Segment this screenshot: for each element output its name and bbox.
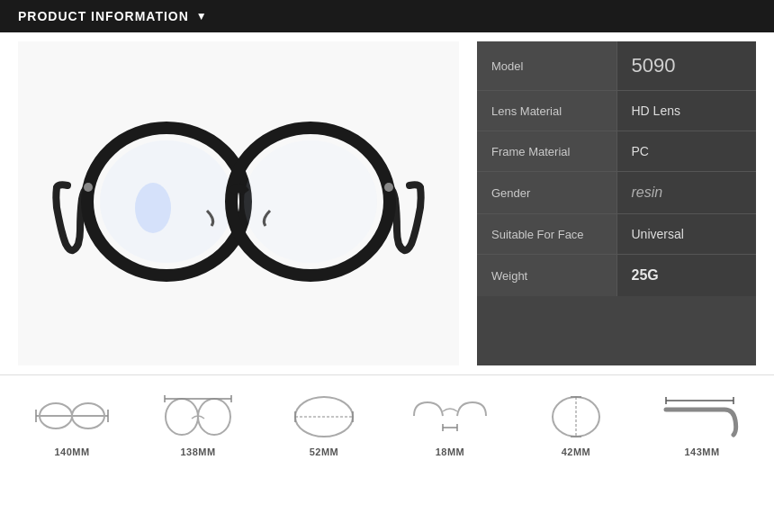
header-bar: PRODUCT INFORMATION ▼ — [0, 0, 774, 32]
measure-lens-width: 52MM — [261, 384, 387, 464]
spec-row-lens-material: Lens Material HD Lens — [477, 91, 756, 131]
spec-row-weight: Weight 25G — [477, 255, 756, 296]
spec-value-face: Universal — [617, 214, 757, 254]
measure-icon-width — [32, 392, 112, 441]
measure-icon-front — [158, 392, 238, 441]
svg-point-2 — [135, 183, 171, 233]
measure-lens-height: 42MM — [513, 384, 639, 464]
spec-row-gender: Gender resin — [477, 172, 756, 214]
measure-icon-bridge — [410, 392, 490, 441]
measurements-section: 140MM 138MM 52MM — [0, 374, 774, 464]
spec-row-face: Suitable For Face Universal — [477, 214, 756, 255]
svg-point-5 — [84, 183, 93, 192]
measure-icon-temple — [662, 392, 742, 441]
measure-label-front: 138MM — [180, 446, 215, 457]
measure-total-width: 140MM — [9, 384, 135, 464]
product-info-table: Model 5090 Lens Material HD Lens Frame M… — [477, 41, 756, 365]
spec-value-frame-material: PC — [617, 131, 757, 171]
spec-value-weight: 25G — [617, 255, 757, 296]
glasses-illustration — [50, 86, 428, 320]
measure-label-temple: 143MM — [684, 446, 719, 457]
measure-label-bridge: 18MM — [436, 446, 465, 457]
header-title: PRODUCT INFORMATION — [18, 9, 189, 23]
product-image-section — [18, 41, 459, 365]
spec-row-model: Model 5090 — [477, 41, 756, 91]
measure-temple: 143MM — [639, 384, 765, 464]
spec-label-face: Suitable For Face — [477, 214, 617, 254]
measure-bridge: 18MM — [387, 384, 513, 464]
measure-front-width: 138MM — [135, 384, 261, 464]
measure-label-lens-width: 52MM — [310, 446, 339, 457]
main-content: Model 5090 Lens Material HD Lens Frame M… — [0, 32, 774, 374]
svg-point-4 — [244, 140, 377, 263]
spec-value-model: 5090 — [617, 41, 757, 90]
spec-row-frame-material: Frame Material PC — [477, 131, 756, 172]
measure-icon-lens-height — [536, 392, 616, 441]
measure-label-width: 140MM — [54, 446, 89, 457]
spec-value-lens-material: HD Lens — [617, 91, 757, 131]
spec-label-model: Model — [477, 41, 617, 90]
svg-point-6 — [384, 183, 393, 192]
spec-label-weight: Weight — [477, 255, 617, 296]
spec-label-lens-material: Lens Material — [477, 91, 617, 131]
measure-label-lens-height: 42MM — [562, 446, 591, 457]
spec-value-gender: resin — [617, 172, 757, 213]
dropdown-arrow-icon[interactable]: ▼ — [196, 10, 207, 23]
spec-label-frame-material: Frame Material — [477, 131, 617, 171]
spec-label-gender: Gender — [477, 172, 617, 213]
measure-icon-lens-width — [284, 392, 364, 441]
